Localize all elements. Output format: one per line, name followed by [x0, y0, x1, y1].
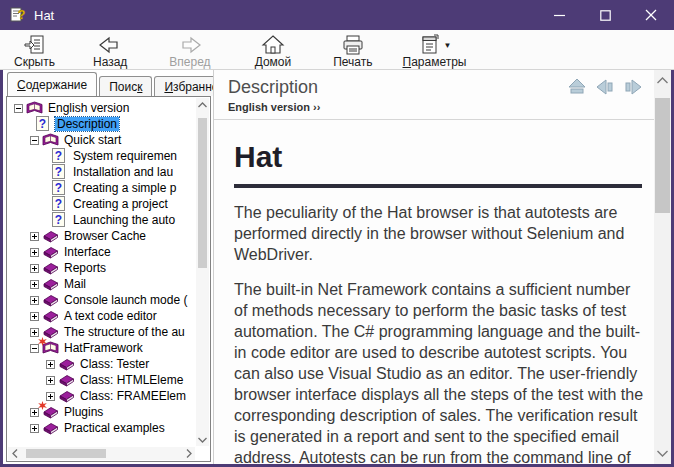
maximize-button[interactable] — [582, 0, 628, 30]
topic-paragraph: The built-in Net Framework contains a su… — [234, 279, 644, 464]
tree-item[interactable]: Practical examples — [8, 420, 195, 436]
collapse-minus-icon[interactable] — [30, 136, 39, 145]
app-window: ? Hat Скрыть Назад Вперед — [0, 0, 674, 467]
expand-plus-icon[interactable] — [30, 312, 39, 321]
open-book-icon — [26, 100, 43, 116]
minimize-button[interactable] — [536, 0, 582, 30]
scroll-up-icon[interactable] — [196, 98, 209, 111]
scroll-down-icon[interactable] — [654, 445, 671, 462]
close-button[interactable] — [628, 0, 674, 30]
tree-item[interactable]: ? Creating a simple p — [8, 180, 195, 196]
collapse-minus-icon[interactable] — [14, 104, 23, 113]
tree-item[interactable]: Class: HTMLEleme — [8, 372, 195, 388]
tree-item[interactable]: ? System requiremen — [8, 148, 195, 164]
new-star-icon — [38, 337, 47, 346]
previous-icon[interactable] — [595, 78, 615, 96]
next-icon[interactable] — [623, 78, 643, 96]
options-button[interactable]: ▼ Параметры — [397, 33, 473, 70]
help-page-icon: ? — [51, 212, 68, 228]
expand-plus-icon[interactable] — [30, 328, 39, 337]
closed-book-icon — [58, 356, 75, 372]
top-icon[interactable] — [567, 78, 587, 96]
tree-item[interactable]: English version — [8, 100, 195, 116]
tree-item[interactable]: ? Description — [8, 116, 195, 132]
tree-item[interactable]: Interface — [8, 244, 195, 260]
scroll-left-icon[interactable] — [8, 447, 21, 460]
forward-arrow-icon — [177, 34, 203, 56]
print-button[interactable]: Печать — [327, 33, 378, 70]
hide-button[interactable]: Скрыть — [8, 33, 61, 70]
expand-plus-icon[interactable] — [30, 296, 39, 305]
navigation-pane: Содержание Поиск Избранное English versi — [3, 70, 213, 464]
tree-hscroll-thumb[interactable] — [26, 449, 106, 458]
dropdown-caret-icon: ▼ — [444, 41, 452, 50]
back-button[interactable]: Назад — [87, 33, 133, 70]
expand-plus-icon[interactable] — [30, 424, 39, 433]
home-button[interactable]: Домой — [249, 33, 298, 70]
expand-plus-icon[interactable] — [30, 232, 39, 241]
tree-item[interactable]: The structure of the au — [8, 324, 195, 340]
svg-text:?: ? — [55, 197, 62, 211]
tree-item[interactable]: Reports — [8, 260, 195, 276]
tree-item[interactable]: Browser Cache — [8, 228, 195, 244]
svg-text:?: ? — [55, 149, 62, 163]
open-book-icon — [42, 132, 59, 148]
expand-plus-icon[interactable] — [46, 392, 55, 401]
main-area: Содержание Поиск Избранное English versi — [3, 70, 671, 464]
tree-item[interactable]: ? Creating a project — [8, 196, 195, 212]
tree-item[interactable]: Console launch mode ( — [8, 292, 195, 308]
closed-book-icon — [42, 260, 59, 276]
expand-plus-icon[interactable] — [46, 376, 55, 385]
topic-heading: Hat — [234, 140, 644, 174]
expand-plus-icon[interactable] — [30, 264, 39, 273]
tree-item[interactable]: ? Installation and lau — [8, 164, 195, 180]
expand-plus-icon[interactable] — [30, 248, 39, 257]
home-icon — [261, 34, 285, 56]
help-document-icon: ? — [9, 6, 27, 24]
expand-plus-icon[interactable] — [30, 280, 39, 289]
tree-item[interactable]: Mail — [8, 276, 195, 292]
svg-text:?: ? — [55, 165, 62, 179]
printer-icon — [341, 34, 365, 56]
topic-body: Hat The peculiarity of the Hat browser i… — [214, 126, 654, 464]
closed-book-icon — [58, 372, 75, 388]
content-scroll-thumb[interactable] — [655, 98, 670, 213]
open-book-icon — [42, 340, 59, 356]
topic-pane: Description English version ›› — [213, 70, 671, 464]
tree-item[interactable]: Plugins — [8, 404, 195, 420]
help-page-icon: ? — [35, 116, 52, 132]
svg-text:?: ? — [55, 213, 62, 227]
tree-scroll-thumb[interactable] — [198, 118, 207, 268]
help-page-icon: ? — [51, 180, 68, 196]
tree-item[interactable]: A text code editor — [8, 308, 195, 324]
scroll-up-icon[interactable] — [654, 72, 671, 89]
closed-book-icon — [42, 308, 59, 324]
tree-vertical-scrollbar[interactable] — [196, 98, 209, 446]
scroll-right-icon[interactable] — [182, 447, 195, 460]
hide-pane-icon — [22, 34, 46, 56]
closed-book-icon — [58, 388, 75, 404]
heading-rule — [234, 184, 642, 188]
window-title: Hat — [34, 8, 54, 23]
new-star-icon — [38, 401, 47, 410]
tree-item[interactable]: Class: FRAMEElem — [8, 388, 195, 404]
help-page-icon: ? — [51, 164, 68, 180]
expand-plus-icon[interactable] — [46, 360, 55, 369]
tree-item[interactable]: HatFramework — [8, 340, 195, 356]
svg-text:?: ? — [55, 181, 62, 195]
forward-button[interactable]: Вперед — [163, 33, 216, 70]
content-vertical-scrollbar[interactable] — [654, 70, 671, 464]
nav-tabs: Содержание Поиск Избранное — [3, 70, 213, 96]
help-page-icon: ? — [51, 148, 68, 164]
tab-contents[interactable]: Содержание — [7, 72, 97, 96]
options-icon: ▼ — [418, 34, 452, 56]
toolbar: Скрыть Назад Вперед Домой Печать ▼ Парам… — [0, 30, 674, 70]
tree-item[interactable]: Quick start — [8, 132, 195, 148]
tree-horizontal-scrollbar[interactable] — [8, 447, 195, 460]
closed-book-icon — [42, 292, 59, 308]
scroll-down-icon[interactable] — [196, 433, 209, 446]
tree-item[interactable]: ? Launching the auto — [8, 212, 195, 228]
breadcrumb[interactable]: English version ›› — [228, 101, 659, 113]
tab-search[interactable]: Поиск — [99, 76, 152, 96]
tree-item[interactable]: Class: Tester — [8, 356, 195, 372]
